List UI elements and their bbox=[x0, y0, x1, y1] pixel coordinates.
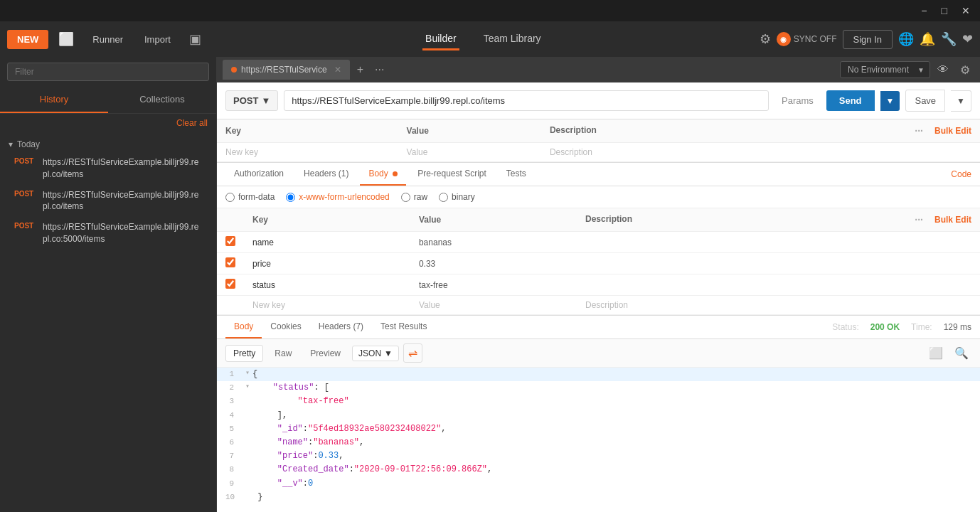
sidebar-toggle-button[interactable]: ⬜ bbox=[53, 28, 80, 50]
send-dropdown-button[interactable]: ▼ bbox=[880, 91, 900, 111]
workspace-button[interactable]: ▣ bbox=[183, 28, 207, 50]
new-desc-placeholder[interactable]: Description bbox=[577, 296, 980, 315]
line-number: 7 bbox=[225, 449, 245, 463]
clear-all-button[interactable]: Clear all bbox=[0, 114, 216, 132]
row2-key[interactable]: price bbox=[244, 253, 410, 274]
row1-key[interactable]: name bbox=[244, 232, 410, 253]
new-key-placeholder[interactable]: New key bbox=[244, 296, 410, 315]
row3-checkbox[interactable] bbox=[225, 279, 235, 289]
list-item[interactable]: POST https://RESTfulServiceExample.billj… bbox=[9, 217, 208, 250]
form-data-option[interactable]: form-data bbox=[225, 192, 275, 202]
builder-tab[interactable]: Builder bbox=[422, 28, 459, 50]
maximize-button[interactable]: □ bbox=[937, 4, 952, 18]
body-dots-button[interactable]: ··· bbox=[915, 214, 923, 225]
sync-status[interactable]: ◉ SYNC OFF bbox=[777, 32, 837, 46]
time-value: 129 ms bbox=[944, 322, 971, 332]
sign-in-button[interactable]: Sign In bbox=[843, 30, 893, 49]
settings-icon[interactable]: ⚙ bbox=[760, 31, 771, 47]
response-body-tab[interactable]: Body bbox=[225, 316, 262, 338]
sidebar: History Collections Clear all ▾ Today PO… bbox=[0, 57, 217, 512]
env-eye-button[interactable]: 👁 bbox=[933, 62, 953, 78]
fold-arrow[interactable]: ▾ bbox=[245, 368, 250, 379]
line-number: 2 bbox=[225, 381, 245, 395]
response-cookies-tab[interactable]: Cookies bbox=[262, 316, 309, 338]
method-badge: POST bbox=[14, 156, 37, 165]
globe-icon[interactable]: 🌐 bbox=[898, 31, 914, 47]
close-button[interactable]: ✕ bbox=[957, 4, 974, 18]
tool-icon[interactable]: 🔧 bbox=[941, 31, 957, 47]
params-button[interactable]: Params bbox=[774, 91, 821, 110]
fold-arrow[interactable]: ▾ bbox=[245, 381, 250, 393]
wrap-button[interactable]: ⇌ bbox=[403, 343, 422, 363]
today-label: ▾ Today bbox=[9, 137, 208, 152]
collections-tab[interactable]: Collections bbox=[108, 87, 216, 113]
method-select[interactable]: POST ▼ bbox=[225, 90, 278, 111]
row2-desc[interactable] bbox=[577, 253, 980, 274]
env-gear-button[interactable]: ⚙ bbox=[956, 62, 974, 78]
desc-cell[interactable]: Description bbox=[541, 143, 980, 162]
new-button[interactable]: NEW bbox=[7, 30, 48, 49]
x-www-option[interactable]: x-www-form-urlencoded bbox=[286, 192, 389, 202]
row1-value[interactable]: bananas bbox=[410, 232, 577, 253]
send-button[interactable]: Send bbox=[826, 90, 875, 111]
body-desc-header: Description ··· Bulk Edit bbox=[577, 208, 980, 232]
pre-request-script-tab[interactable]: Pre-request Script bbox=[409, 163, 495, 186]
row1-desc[interactable] bbox=[577, 232, 980, 253]
new-key-cell[interactable]: New key bbox=[217, 143, 398, 162]
response-status: Status: 200 OK Time: 129 ms bbox=[832, 322, 971, 332]
sidebar-content: Clear all ▾ Today POST https://RESTfulSe… bbox=[0, 114, 216, 512]
body-tab[interactable]: Body bbox=[360, 163, 406, 186]
save-dropdown-button[interactable]: ▼ bbox=[951, 90, 971, 112]
team-library-tab[interactable]: Team Library bbox=[481, 28, 544, 50]
add-tab-button[interactable]: + bbox=[353, 63, 368, 76]
body-bulk-edit-button[interactable]: Bulk Edit bbox=[934, 215, 971, 225]
bell-icon[interactable]: 🔔 bbox=[920, 31, 935, 47]
line-number: 1 bbox=[225, 368, 245, 381]
copy-button[interactable]: ⬜ bbox=[926, 345, 946, 361]
preview-button[interactable]: Preview bbox=[303, 346, 348, 361]
row3-desc[interactable] bbox=[577, 274, 980, 296]
form-data-radio[interactable] bbox=[225, 193, 235, 202]
json-line: 2 ▾ "status": [ bbox=[217, 381, 980, 395]
environment-select[interactable]: No Environment bbox=[840, 61, 930, 78]
tests-tab[interactable]: Tests bbox=[498, 163, 535, 186]
url-input[interactable] bbox=[284, 90, 769, 111]
time-label: Time: bbox=[911, 322, 932, 332]
new-value-placeholder[interactable]: Value bbox=[410, 296, 577, 315]
line-number: 9 bbox=[225, 477, 245, 491]
code-button[interactable]: Code bbox=[951, 164, 971, 185]
row2-checkbox[interactable] bbox=[225, 257, 235, 267]
binary-radio[interactable] bbox=[439, 193, 448, 202]
list-item[interactable]: POST https://RESTfulServiceExample.billj… bbox=[9, 185, 208, 218]
list-item[interactable]: POST https://RESTfulServiceExample.billj… bbox=[9, 152, 208, 185]
row2-value[interactable]: 0.33 bbox=[410, 253, 577, 274]
row3-key[interactable]: status bbox=[244, 274, 410, 296]
row1-checkbox[interactable] bbox=[225, 236, 235, 246]
raw-button[interactable]: Raw bbox=[267, 346, 299, 361]
response-headers-tab[interactable]: Headers (7) bbox=[310, 316, 372, 338]
binary-option[interactable]: binary bbox=[439, 192, 475, 202]
heart-icon[interactable]: ❤ bbox=[962, 31, 973, 47]
history-tab[interactable]: History bbox=[0, 87, 108, 113]
request-tab[interactable]: https://RESTfulService ✕ bbox=[223, 60, 350, 80]
minimize-button[interactable]: − bbox=[917, 4, 931, 18]
pretty-button[interactable]: Pretty bbox=[225, 345, 263, 362]
response-test-results-tab[interactable]: Test Results bbox=[372, 316, 435, 338]
filter-input[interactable] bbox=[7, 63, 209, 81]
runner-button[interactable]: Runner bbox=[84, 30, 132, 49]
authorization-tab[interactable]: Authorization bbox=[225, 163, 292, 186]
import-button[interactable]: Import bbox=[136, 30, 179, 49]
search-button[interactable]: 🔍 bbox=[952, 345, 971, 361]
params-dots-button[interactable]: ··· bbox=[915, 125, 923, 137]
raw-radio[interactable] bbox=[401, 193, 410, 202]
x-www-radio[interactable] bbox=[286, 193, 295, 202]
raw-option[interactable]: raw bbox=[401, 192, 427, 202]
params-bulk-edit-button[interactable]: Bulk Edit bbox=[934, 126, 971, 136]
row3-value[interactable]: tax-free bbox=[410, 274, 577, 296]
more-tabs-button[interactable]: ··· bbox=[371, 63, 388, 76]
headers-tab[interactable]: Headers (1) bbox=[295, 163, 357, 186]
json-select[interactable]: JSON ▼ bbox=[352, 346, 399, 361]
history-url: https://RESTfulServiceExample.billjr99.r… bbox=[43, 156, 202, 181]
value-cell[interactable]: Value bbox=[398, 143, 541, 162]
save-button[interactable]: Save bbox=[905, 90, 945, 112]
